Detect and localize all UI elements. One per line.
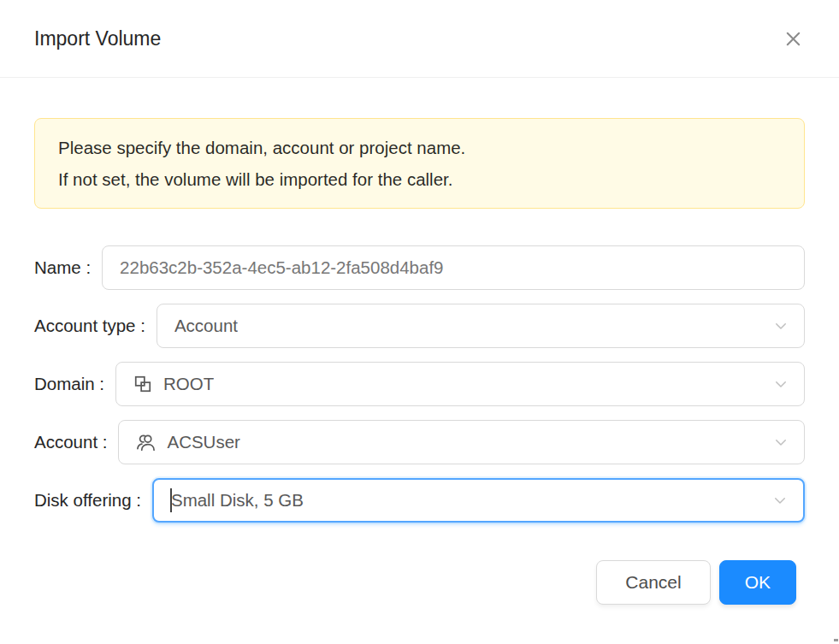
- alert-line-1: Please specify the domain, account or pr…: [58, 132, 781, 163]
- resize-grip-artifact: [834, 639, 838, 641]
- form-row-domain: Domain : ROOT: [34, 362, 805, 406]
- team-icon: [136, 433, 156, 452]
- modal-title: Import Volume: [34, 24, 161, 53]
- form-row-account-type: Account type : Account: [34, 304, 805, 348]
- close-icon: [783, 29, 803, 49]
- cancel-button[interactable]: Cancel: [596, 560, 710, 605]
- chevron-down-icon: [773, 318, 789, 334]
- chevron-down-icon: [772, 493, 788, 508]
- account-select[interactable]: ACSUser: [118, 420, 805, 464]
- domain-value: ROOT: [163, 374, 214, 394]
- form-row-disk-offering: Disk offering : Small Disk, 5 GB: [34, 478, 805, 523]
- form-row-account: Account : ACSUser: [34, 420, 805, 464]
- name-input[interactable]: [102, 245, 805, 290]
- chevron-down-icon: [773, 434, 789, 450]
- account-type-label: Account type :: [34, 304, 145, 348]
- disk-offering-select[interactable]: Small Disk, 5 GB: [152, 478, 805, 523]
- block-icon: [133, 375, 152, 393]
- modal-header: Import Volume: [0, 0, 839, 78]
- warning-alert: Please specify the domain, account or pr…: [34, 118, 805, 209]
- domain-label: Domain :: [34, 362, 104, 406]
- close-button[interactable]: [780, 26, 807, 52]
- ok-button[interactable]: OK: [719, 560, 796, 605]
- modal-footer: Cancel OK: [0, 560, 839, 644]
- disk-offering-label: Disk offering :: [34, 478, 141, 523]
- import-volume-modal: Import Volume Please specify the domain,…: [0, 0, 839, 644]
- account-type-select[interactable]: Account: [157, 304, 805, 348]
- chevron-down-icon: [773, 376, 789, 392]
- account-label: Account :: [34, 420, 107, 464]
- disk-offering-value: Small Disk, 5 GB: [171, 490, 304, 511]
- account-type-value: Account: [174, 316, 238, 336]
- alert-line-2: If not set, the volume will be imported …: [58, 163, 781, 195]
- domain-select[interactable]: ROOT: [115, 362, 805, 406]
- account-value: ACSUser: [167, 432, 239, 452]
- form-row-name: Name :: [34, 245, 805, 290]
- modal-body: Please specify the domain, account or pr…: [0, 78, 839, 560]
- name-label: Name :: [34, 245, 91, 290]
